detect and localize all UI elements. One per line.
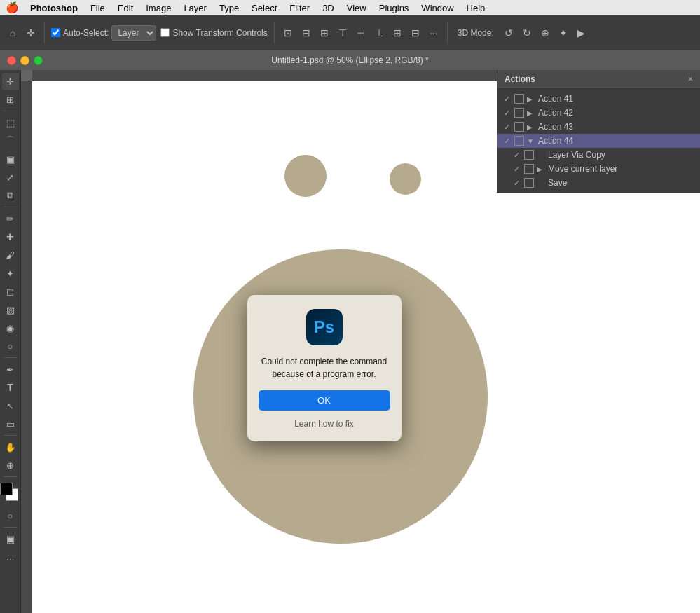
tool-sep-5: [4, 476, 18, 477]
checkbox-ml[interactable]: [524, 164, 534, 174]
action-row-layer-via-copy[interactable]: ✓ Layer Via Copy: [497, 148, 700, 162]
auto-select-control[interactable]: Auto-Select: Layer Group: [51, 25, 156, 41]
shape-tool[interactable]: ▭: [2, 415, 19, 432]
apple-menu[interactable]: 🍎: [6, 1, 19, 14]
error-dialog: Ps Could not complete the command becaus…: [247, 295, 402, 441]
menubar-view[interactable]: View: [341, 1, 372, 15]
actions-title: Actions: [505, 74, 535, 84]
main-layout: ✛ ⊞ ⬚ ⌒ ▣ ⤢ ⧉ ✏ ✚ 🖌 ✦ ◻ ▨ ◉ ○ ✒ T ↖ ▭ ✋ …: [0, 70, 700, 613]
menubar-3d[interactable]: 3D: [317, 1, 340, 15]
small-ellipse-2[interactable]: [390, 163, 421, 195]
3d-icon-3[interactable]: ⊕: [538, 26, 552, 40]
transform-control[interactable]: Show Transform Controls: [160, 28, 267, 38]
actions-list: ✓ ▶ Action 41 ✓ ▶ Action 42 ✓ ▶ A: [497, 89, 700, 193]
tool-sep-7: [4, 527, 18, 528]
menubar-help[interactable]: Help: [461, 1, 491, 15]
action-row-save[interactable]: ✓ Save: [497, 176, 700, 190]
transform-checkbox[interactable]: [160, 28, 170, 37]
arrow-ml: ▶: [537, 165, 545, 173]
marquee-tool[interactable]: ⬚: [2, 114, 19, 131]
clone-tool[interactable]: ✦: [2, 265, 19, 282]
checkbox-44[interactable]: [514, 136, 524, 146]
heal-tool[interactable]: ✚: [2, 228, 19, 245]
action-name-41: Action 41: [538, 94, 696, 104]
crop-tool[interactable]: ⤢: [2, 169, 19, 186]
action-row-move-layer[interactable]: ✓ ▶ Move current layer: [497, 162, 700, 176]
3d-icon-1[interactable]: ↺: [502, 26, 516, 40]
actions-close-icon[interactable]: ×: [688, 74, 693, 84]
menubar-window[interactable]: Window: [416, 1, 459, 15]
eraser-tool[interactable]: ◻: [2, 283, 19, 300]
menubar-file[interactable]: File: [85, 1, 111, 15]
minimize-button[interactable]: [20, 56, 29, 65]
home-icon[interactable]: ⌂: [6, 26, 20, 40]
close-button[interactable]: [7, 56, 16, 65]
type-tool[interactable]: T: [2, 379, 19, 396]
align-bot-icon[interactable]: ⊥: [372, 26, 386, 40]
3d-icon-5[interactable]: ▶: [575, 26, 589, 40]
dist-h-icon[interactable]: ⊞: [390, 26, 404, 40]
quick-mask-tool[interactable]: ○: [2, 507, 19, 524]
object-tool[interactable]: ▣: [2, 151, 19, 167]
artboard-tool[interactable]: ⊞: [2, 91, 19, 108]
dodge-tool[interactable]: ○: [2, 338, 19, 354]
zoom-tool[interactable]: ⊕: [2, 457, 19, 474]
move-tool[interactable]: ✛: [2, 73, 19, 90]
align-left-icon[interactable]: ⊡: [281, 26, 295, 40]
lasso-tool[interactable]: ⌒: [2, 132, 19, 149]
action-row-43[interactable]: ✓ ▶ Action 43: [497, 120, 700, 134]
hand-tool[interactable]: ✋: [2, 439, 19, 455]
3d-mode-label: 3D Mode:: [454, 26, 497, 40]
brush-tool[interactable]: 🖌: [2, 247, 19, 263]
foreground-color[interactable]: [0, 483, 13, 495]
action-row-44[interactable]: ✓ ▼ Action 44: [497, 134, 700, 148]
tool-sep-2: [4, 207, 18, 207]
blur-tool[interactable]: ◉: [2, 319, 19, 336]
color-picker[interactable]: [0, 483, 21, 501]
menubar-plugins[interactable]: Plugins: [373, 1, 415, 15]
align-mid-icon[interactable]: ⊣: [354, 26, 368, 40]
maximize-button[interactable]: [34, 56, 43, 65]
ok-button[interactable]: OK: [259, 390, 390, 411]
learn-link[interactable]: Learn how to fix: [259, 416, 390, 432]
small-ellipse-1[interactable]: [284, 155, 327, 197]
arrow-43: ▶: [527, 123, 535, 131]
gradient-tool[interactable]: ▨: [2, 301, 19, 318]
menubar-layer[interactable]: Layer: [178, 1, 212, 15]
auto-select-dropdown[interactable]: Layer Group: [111, 25, 156, 41]
action-row-41[interactable]: ✓ ▶ Action 41: [497, 92, 700, 106]
checkbox-lvc[interactable]: [524, 150, 534, 160]
checkbox-43[interactable]: [514, 122, 524, 132]
menubar-filter[interactable]: Filter: [284, 1, 315, 15]
checkbox-save[interactable]: [524, 178, 534, 188]
align-center-icon[interactable]: ⊟: [299, 26, 313, 40]
menubar-select[interactable]: Select: [246, 1, 282, 15]
move-icon[interactable]: ✛: [24, 26, 38, 40]
toolbar-sep-3: [447, 22, 448, 43]
checkbox-41[interactable]: [514, 94, 524, 104]
menubar-type[interactable]: Type: [214, 1, 245, 15]
auto-select-checkbox[interactable]: [51, 28, 60, 37]
more-icon[interactable]: ···: [427, 26, 441, 40]
path-tool[interactable]: ↖: [2, 397, 19, 414]
checkbox-42[interactable]: [514, 108, 524, 118]
tool-sep-3: [4, 357, 18, 358]
tools-panel: ✛ ⊞ ⬚ ⌒ ▣ ⤢ ⧉ ✏ ✚ 🖌 ✦ ◻ ▨ ◉ ○ ✒ T ↖ ▭ ✋ …: [0, 70, 21, 613]
action-row-42[interactable]: ✓ ▶ Action 42: [497, 106, 700, 120]
align-top-icon[interactable]: ⊤: [336, 26, 350, 40]
frame-tool[interactable]: ⧉: [2, 187, 19, 204]
eyedropper-tool[interactable]: ✏: [2, 210, 19, 227]
menubar-app-name[interactable]: Photoshop: [25, 1, 83, 15]
screen-mode-tool[interactable]: ▣: [2, 530, 19, 547]
toolbar-sep-2: [274, 22, 275, 43]
dist-v-icon[interactable]: ⊟: [409, 26, 423, 40]
arrow-41: ▶: [527, 95, 535, 103]
menubar-image[interactable]: Image: [140, 1, 177, 15]
3d-icon-2[interactable]: ↻: [520, 26, 534, 40]
3d-icon-4[interactable]: ✦: [556, 26, 570, 40]
menubar-edit[interactable]: Edit: [112, 1, 139, 15]
extra-tools[interactable]: …: [2, 549, 19, 565]
align-right-icon[interactable]: ⊞: [317, 26, 331, 40]
action-name-44: Action 44: [538, 136, 696, 146]
pen-tool[interactable]: ✒: [2, 361, 19, 378]
